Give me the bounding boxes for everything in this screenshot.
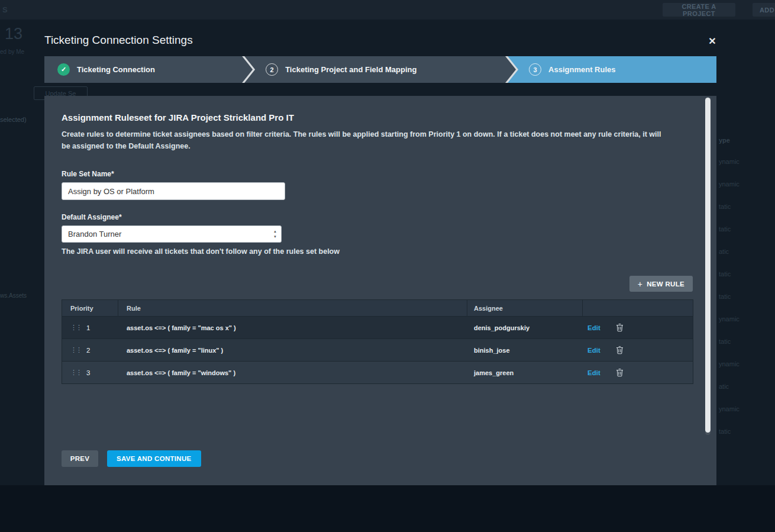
table-header-actions — [583, 300, 693, 316]
bg-column-value: atic — [719, 383, 740, 392]
step-label: Assignment Rules — [548, 65, 615, 74]
bg-table-column: ype ynamic ynamic tatic tatic atic tatic… — [719, 137, 740, 450]
default-assignee-select[interactable]: Brandon Turner — [62, 225, 282, 243]
bg-column-value: tatic — [719, 203, 740, 212]
scrollbar[interactable] — [705, 97, 711, 435]
wizard-steps: Ticketing Connection 2 Ticketing Project… — [44, 56, 716, 83]
modal-title: Ticketing Connection Settings — [44, 34, 193, 47]
new-rule-button[interactable]: NEW RULE — [629, 276, 693, 292]
bg-column-value: tatic — [719, 293, 740, 302]
edit-link[interactable]: Edit — [587, 369, 600, 376]
step-ticketing-connection[interactable]: Ticketing Connection — [44, 56, 253, 83]
assignee-helper-text: The JIRA user will receive all tickets t… — [62, 247, 693, 256]
modal-body: Assignment Ruleseet for JIRA Project Str… — [44, 96, 716, 485]
step-number: 2 — [266, 63, 278, 76]
table-header-row: Priority Rule Assignee — [62, 300, 693, 316]
table-header-assignee: Assignee — [467, 300, 583, 316]
edit-link[interactable]: Edit — [587, 324, 600, 331]
table-header-priority: Priority — [62, 300, 118, 316]
bg-column-value: ynamic — [719, 158, 740, 167]
delete-icon[interactable] — [616, 346, 624, 354]
priority-value: 1 — [86, 324, 90, 331]
bg-column-header-type: ype — [719, 137, 740, 144]
edit-link[interactable]: Edit — [587, 347, 600, 354]
stat-caption: ed by Me — [0, 49, 24, 55]
step-label: Ticketing Project and Field Mapping — [285, 65, 416, 74]
close-icon[interactable] — [705, 34, 719, 49]
drag-handle-icon[interactable] — [70, 324, 81, 331]
default-assignee-label: Default Assignee* — [62, 213, 693, 221]
create-a-project-button[interactable]: CREATE A PROJECT — [663, 3, 735, 17]
rule-value: asset.os <=> ( family = "mac os x" ) — [118, 324, 467, 331]
ruleset-description: Create rules to determine ticket assigne… — [62, 128, 667, 152]
bg-column-value: ynamic — [719, 360, 740, 369]
prev-button[interactable]: PREV — [62, 450, 98, 467]
step-number: 3 — [529, 63, 541, 76]
bg-column-value: tatic — [719, 225, 740, 234]
rule-value: asset.os <=> ( family = "linux" ) — [118, 347, 467, 354]
scrollbar-thumb[interactable] — [705, 98, 711, 433]
logo-fragment: S — [2, 5, 8, 14]
priority-value: 2 — [86, 347, 90, 354]
ruleset-heading: Assignment Ruleseet for JIRA Project Str… — [62, 112, 693, 122]
bg-column-value: atic — [719, 248, 740, 257]
rule-set-name-label: Rule Set Name* — [62, 170, 693, 178]
step-label: Ticketing Connection — [77, 65, 155, 74]
assignee-value: binish_jose — [467, 347, 583, 354]
delete-icon[interactable] — [616, 368, 624, 377]
drag-handle-icon[interactable] — [70, 347, 81, 353]
bg-fragment-selected: selected) — [0, 116, 27, 123]
add-button[interactable]: ADD — [753, 3, 775, 17]
bottom-strip — [0, 485, 775, 532]
assignee-value: denis_podgurskiy — [467, 324, 583, 331]
priority-value: 3 — [86, 369, 90, 376]
bg-column-value: ynamic — [719, 405, 740, 414]
plus-icon — [638, 279, 642, 289]
check-icon — [57, 63, 70, 76]
bg-column-value: ynamic — [719, 315, 740, 324]
delete-icon[interactable] — [616, 323, 624, 332]
bg-column-value: tatic — [719, 428, 740, 437]
rules-table: Priority Rule Assignee 1 asset.os <=> ( … — [62, 299, 693, 384]
top-nav: S CREATE A PROJECT ADD — [0, 0, 775, 20]
table-header-rule: Rule — [118, 300, 467, 316]
rule-value: asset.os <=> ( family = "windows" ) — [118, 369, 467, 376]
assignee-value: james_green — [467, 369, 583, 376]
step-project-field-mapping[interactable]: 2 Ticketing Project and Field Mapping — [244, 56, 516, 83]
save-and-continue-button[interactable]: SAVE AND CONTINUE — [107, 450, 201, 467]
bg-column-value: ynamic — [719, 180, 740, 189]
select-caret-icon — [273, 229, 277, 240]
rule-set-name-input[interactable] — [62, 182, 285, 200]
table-row: 3 asset.os <=> ( family = "windows" ) ja… — [62, 361, 693, 383]
step-assignment-rules[interactable]: 3 Assignment Rules — [508, 56, 716, 83]
screen: S CREATE A PROJECT ADD 13 ed by Me selec… — [0, 0, 775, 532]
table-row: 1 asset.os <=> ( family = "mac os x" ) d… — [62, 316, 693, 338]
stat-number: 13 — [5, 25, 22, 43]
bg-column-value: tatic — [719, 338, 740, 347]
bg-column-value: tatic — [719, 270, 740, 279]
drag-handle-icon[interactable] — [70, 369, 81, 376]
new-rule-label: NEW RULE — [647, 280, 684, 288]
default-assignee-value: Brandon Turner — [68, 230, 121, 238]
bg-fragment-assets: ws.Assets — [0, 292, 27, 299]
table-row: 2 asset.os <=> ( family = "linux" ) bini… — [62, 338, 693, 361]
